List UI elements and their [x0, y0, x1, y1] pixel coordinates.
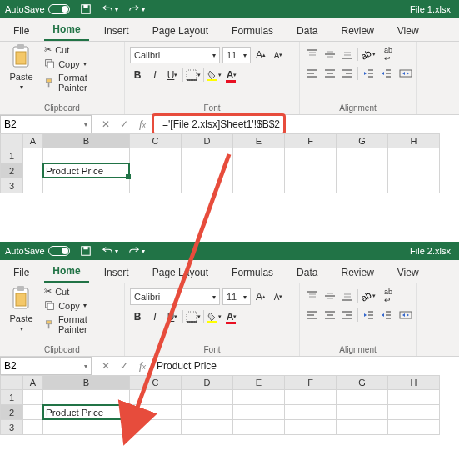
- col-header[interactable]: B: [43, 375, 130, 390]
- increase-font-icon[interactable]: A▴: [253, 289, 268, 304]
- cell[interactable]: [285, 390, 337, 405]
- cancel-formula-icon[interactable]: ✕: [97, 118, 115, 130]
- cell[interactable]: [233, 148, 285, 163]
- font-name-select[interactable]: Calibri▾: [130, 288, 220, 305]
- autosave-toggle[interactable]: AutoSave: [5, 4, 70, 14]
- bold-button[interactable]: B: [130, 309, 145, 324]
- cell[interactable]: [43, 420, 130, 435]
- cell[interactable]: [285, 405, 337, 420]
- format-painter-button[interactable]: Format Painter: [42, 313, 119, 335]
- cell[interactable]: [43, 148, 130, 163]
- cut-button[interactable]: ✂Cut: [42, 43, 119, 56]
- font-size-select[interactable]: 11▾: [222, 288, 251, 305]
- merge-center-icon[interactable]: [396, 66, 416, 81]
- worksheet-grid[interactable]: A B C D E F G H 1 2 Product Price 3: [0, 375, 459, 435]
- orientation-icon[interactable]: ab▾: [361, 47, 376, 62]
- cell[interactable]: [182, 148, 233, 163]
- enter-formula-icon[interactable]: ✓: [115, 118, 133, 130]
- italic-button[interactable]: I: [147, 309, 162, 324]
- col-header[interactable]: H: [388, 375, 440, 390]
- cell[interactable]: [388, 420, 440, 435]
- decrease-font-icon[interactable]: A▾: [271, 289, 286, 304]
- cell[interactable]: [337, 148, 388, 163]
- tab-home[interactable]: Home: [44, 260, 88, 283]
- cell[interactable]: [182, 420, 233, 435]
- copy-button[interactable]: Copy▾: [42, 58, 119, 70]
- cell[interactable]: [23, 420, 43, 435]
- cell[interactable]: [388, 148, 440, 163]
- cell[interactable]: [233, 405, 285, 420]
- cell-b2[interactable]: Product Price: [43, 405, 130, 420]
- cell[interactable]: [337, 178, 388, 193]
- increase-indent-icon[interactable]: [378, 308, 393, 323]
- tab-formulas[interactable]: Formulas: [223, 20, 282, 41]
- copy-button[interactable]: Copy▾: [42, 299, 119, 312]
- cell[interactable]: [233, 178, 285, 193]
- cell[interactable]: [388, 178, 440, 193]
- cell[interactable]: [285, 420, 337, 435]
- font-color-button[interactable]: A▾: [224, 68, 239, 83]
- cell[interactable]: [23, 405, 43, 420]
- tab-insert[interactable]: Insert: [96, 20, 137, 41]
- decrease-indent-icon[interactable]: [361, 66, 376, 81]
- italic-button[interactable]: I: [147, 68, 162, 83]
- align-right-icon[interactable]: [340, 66, 355, 81]
- cell[interactable]: [285, 148, 337, 163]
- tab-insert[interactable]: Insert: [96, 262, 137, 283]
- undo-button[interactable]: ▾: [102, 3, 118, 15]
- align-top-icon[interactable]: [305, 47, 320, 62]
- increase-font-icon[interactable]: A▴: [253, 48, 268, 63]
- align-middle-icon[interactable]: [322, 47, 337, 62]
- row-header[interactable]: 3: [0, 420, 23, 435]
- cancel-formula-icon[interactable]: ✕: [97, 360, 115, 372]
- col-header[interactable]: F: [285, 133, 337, 148]
- border-button[interactable]: ▾: [186, 68, 201, 83]
- cell[interactable]: [23, 178, 43, 193]
- decrease-indent-icon[interactable]: [361, 308, 376, 323]
- tab-home[interactable]: Home: [44, 18, 88, 41]
- tab-review[interactable]: Review: [332, 262, 382, 283]
- align-center-icon[interactable]: [322, 308, 337, 323]
- cell[interactable]: [388, 390, 440, 405]
- tab-view[interactable]: View: [389, 20, 427, 41]
- align-left-icon[interactable]: [305, 66, 320, 81]
- merge-center-icon[interactable]: [396, 308, 416, 323]
- col-header[interactable]: D: [182, 375, 233, 390]
- cell[interactable]: [388, 405, 440, 420]
- row-header[interactable]: 3: [0, 178, 23, 193]
- align-right-icon[interactable]: [340, 308, 355, 323]
- cell[interactable]: [43, 390, 130, 405]
- tab-file[interactable]: File: [5, 262, 37, 283]
- tab-file[interactable]: File: [5, 20, 37, 41]
- orientation-icon[interactable]: ab▾: [361, 288, 376, 303]
- font-size-select[interactable]: 11▾: [222, 47, 251, 63]
- wrap-text-icon[interactable]: ab↩: [378, 47, 398, 62]
- fx-icon[interactable]: fx: [133, 118, 152, 131]
- wrap-text-icon[interactable]: ab↩: [378, 288, 398, 303]
- col-header[interactable]: A: [23, 133, 43, 148]
- col-header[interactable]: B: [43, 133, 130, 148]
- cell[interactable]: [130, 148, 182, 163]
- format-painter-button[interactable]: Format Painter: [42, 72, 119, 93]
- redo-button[interactable]: ▾: [128, 245, 145, 257]
- cut-button[interactable]: ✂Cut: [42, 285, 119, 298]
- cell[interactable]: [43, 178, 130, 193]
- cell[interactable]: [130, 420, 182, 435]
- cell[interactable]: [337, 405, 388, 420]
- cell[interactable]: [337, 163, 388, 178]
- cell[interactable]: [130, 163, 182, 178]
- select-all-corner[interactable]: [0, 133, 23, 148]
- worksheet-grid[interactable]: A B C D E F G H 1 2 Product Price 3: [0, 133, 459, 193]
- decrease-font-icon[interactable]: A▾: [271, 48, 286, 63]
- cell[interactable]: [337, 420, 388, 435]
- cell[interactable]: [130, 405, 182, 420]
- border-button[interactable]: ▾: [186, 309, 201, 324]
- cell[interactable]: [337, 390, 388, 405]
- tab-data[interactable]: Data: [288, 262, 326, 283]
- col-header[interactable]: C: [130, 133, 182, 148]
- col-header[interactable]: C: [130, 375, 182, 390]
- name-box[interactable]: B2▾: [0, 357, 92, 375]
- cell-b2[interactable]: Product Price: [43, 163, 130, 178]
- font-color-button[interactable]: A▾: [224, 309, 239, 324]
- enter-formula-icon[interactable]: ✓: [115, 360, 133, 372]
